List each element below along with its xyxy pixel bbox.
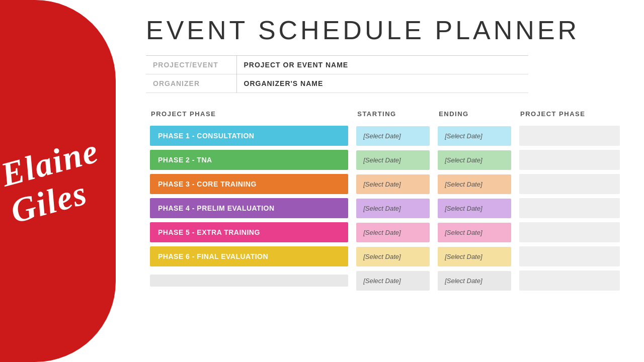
extra-cell-6 (515, 244, 624, 268)
schedule-row: PHASE 3 - CORE TRAINING[Select Date][Sel… (146, 172, 624, 196)
extra-cell-2 (515, 148, 624, 172)
info-table: PROJECT/EVENT PROJECT OR EVENT NAME ORGA… (146, 55, 528, 93)
start-date-4[interactable]: [Select Date] (352, 196, 434, 220)
schedule-row: PHASE 2 - TNA[Select Date][Select Date] (146, 148, 624, 172)
end-date-1[interactable]: [Select Date] (434, 124, 515, 148)
phase-cell-4: PHASE 4 - PRELIM EVALUATION (146, 196, 352, 220)
end-date-5[interactable]: [Select Date] (434, 220, 515, 244)
end-date-4[interactable]: [Select Date] (434, 196, 515, 220)
column-header: PROJECT PHASE (515, 107, 624, 124)
start-date-5[interactable]: [Select Date] (352, 220, 434, 244)
main-content: EVENT SCHEDULE PLANNER PROJECT/EVENT PRO… (131, 0, 644, 362)
end-date-6[interactable]: [Select Date] (434, 244, 515, 268)
start-date-7[interactable]: [Select Date] (352, 268, 434, 293)
phase-label-6: PHASE 6 - FINAL EVALUATION (150, 246, 348, 266)
phase-label-3: PHASE 3 - CORE TRAINING (150, 174, 348, 194)
info-row: ORGANIZER ORGANIZER'S NAME (146, 74, 528, 93)
phase-cell-6: PHASE 6 - FINAL EVALUATION (146, 244, 352, 268)
schedule-table: PROJECT PHASESTARTINGENDINGPROJECT PHASE… (146, 107, 624, 293)
phase-cell-1: PHASE 1 - CONSULTATION (146, 124, 352, 148)
info-row: PROJECT/EVENT PROJECT OR EVENT NAME (146, 56, 528, 74)
start-date-3[interactable]: [Select Date] (352, 172, 434, 196)
end-date-2[interactable]: [Select Date] (434, 148, 515, 172)
info-value[interactable]: ORGANIZER'S NAME (236, 74, 528, 93)
phase-label-4: PHASE 4 - PRELIM EVALUATION (150, 198, 348, 218)
phase-cell-5: PHASE 5 - EXTRA TRAINING (146, 220, 352, 244)
phase-label-7 (150, 275, 348, 287)
page-title: EVENT SCHEDULE PLANNER (146, 15, 624, 45)
schedule-row: PHASE 4 - PRELIM EVALUATION[Select Date]… (146, 196, 624, 220)
schedule-row: PHASE 1 - CONSULTATION[Select Date][Sele… (146, 124, 624, 148)
info-label: PROJECT/EVENT (146, 56, 236, 74)
schedule-row: PHASE 6 - FINAL EVALUATION[Select Date][… (146, 244, 624, 268)
start-date-1[interactable]: [Select Date] (352, 124, 434, 148)
info-value[interactable]: PROJECT OR EVENT NAME (236, 56, 528, 74)
phase-label-5: PHASE 5 - EXTRA TRAINING (150, 222, 348, 242)
phase-cell-2: PHASE 2 - TNA (146, 148, 352, 172)
info-label: ORGANIZER (146, 74, 236, 93)
schedule-row: [Select Date][Select Date] (146, 268, 624, 293)
extra-cell-1 (515, 124, 624, 148)
extra-cell-5 (515, 220, 624, 244)
phase-cell-7 (146, 268, 352, 293)
start-date-6[interactable]: [Select Date] (352, 244, 434, 268)
phase-label-2: PHASE 2 - TNA (150, 150, 348, 170)
column-header: STARTING (352, 107, 434, 124)
extra-cell-4 (515, 196, 624, 220)
phase-label-1: PHASE 1 - CONSULTATION (150, 126, 348, 146)
schedule-row: PHASE 5 - EXTRA TRAINING[Select Date][Se… (146, 220, 624, 244)
extra-cell-7 (515, 268, 624, 293)
extra-cell-3 (515, 172, 624, 196)
phase-cell-3: PHASE 3 - CORE TRAINING (146, 172, 352, 196)
start-date-2[interactable]: [Select Date] (352, 148, 434, 172)
end-date-3[interactable]: [Select Date] (434, 172, 515, 196)
column-header: PROJECT PHASE (146, 107, 352, 124)
sidebar: ElaineGiles (0, 0, 131, 362)
end-date-7[interactable]: [Select Date] (434, 268, 515, 293)
column-header: ENDING (434, 107, 515, 124)
